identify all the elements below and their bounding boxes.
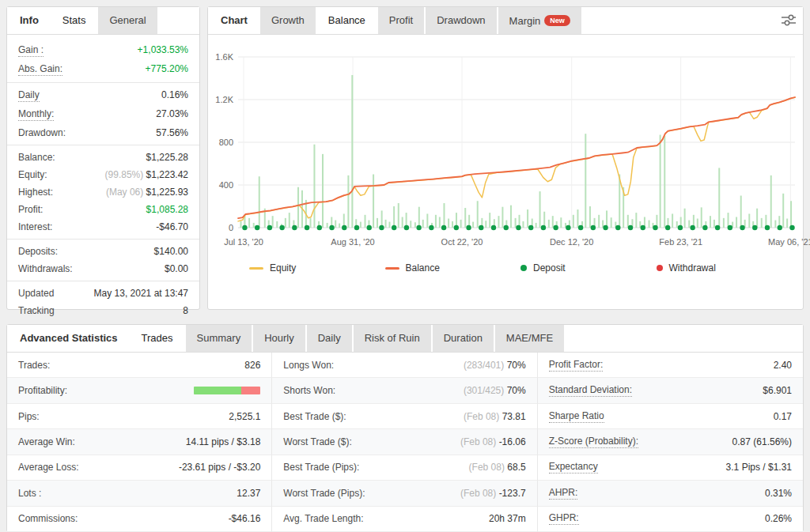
deposit-marker	[466, 225, 471, 230]
stat-value: 2.40	[774, 360, 792, 371]
stat-label: Commissions:	[18, 513, 78, 524]
stat-value: 0.17	[774, 411, 792, 422]
tab-label: Trades	[142, 332, 173, 344]
tab-balance[interactable]: Balance	[317, 7, 377, 34]
info-row-label[interactable]: Gain :	[18, 44, 44, 57]
x-axis-tick-label: Aug 31, '20	[331, 237, 374, 247]
stat-label[interactable]: Expectancy	[549, 461, 598, 474]
activity-bar	[536, 223, 537, 228]
info-row-daily: Daily0.16%	[7, 86, 199, 105]
activity-bar	[422, 220, 424, 228]
stat-value: (Feb 08) 68.5	[469, 462, 526, 473]
tab-hourly[interactable]: Hourly	[253, 325, 305, 352]
activity-bar	[740, 196, 742, 228]
tab-daily[interactable]: Daily	[307, 325, 352, 352]
stat-label[interactable]: Z-Score (Probability):	[549, 436, 638, 448]
stat-label[interactable]: AHPR:	[549, 487, 578, 500]
activity-bar	[498, 216, 499, 228]
tab-label: Margin	[509, 15, 541, 27]
legend-item-balance[interactable]: Balance	[385, 262, 521, 274]
stat-cell-expectancy: Expectancy3.1 Pips / $1.31	[538, 455, 803, 481]
stat-label[interactable]: Profit Factor:	[549, 359, 604, 372]
legend-item-deposit[interactable]: Deposit	[520, 262, 657, 274]
activity-bar	[381, 210, 383, 228]
tab-margin[interactable]: MarginNew	[498, 7, 581, 34]
legend-item-withdrawal[interactable]: Withdrawal	[657, 262, 793, 274]
activity-bar	[560, 217, 562, 228]
deposit-marker	[541, 225, 546, 230]
balance-equity-chart[interactable]: 04008001.2K1.6KJul 13, '20Aug 31, '20Oct…	[211, 41, 800, 256]
tab-trades[interactable]: Trades	[131, 325, 184, 352]
stat-cell-trades: Trades:826	[7, 353, 272, 378]
stat-label: Avg. Trade Length:	[283, 513, 363, 524]
activity-bar	[611, 217, 612, 228]
deposit-marker	[242, 225, 247, 230]
stat-value-muted: (Feb 08)	[464, 411, 502, 422]
info-row-label[interactable]: Monthly:	[18, 108, 54, 121]
deposit-marker	[354, 225, 359, 230]
activity-bar	[736, 217, 737, 228]
activity-bar	[373, 175, 374, 228]
stats-tabs: TradesSummaryHourlyDailyRisk of RuinDura…	[131, 325, 566, 352]
activity-bar	[502, 207, 503, 228]
deposit-marker	[416, 225, 421, 230]
deposit-marker	[392, 225, 396, 230]
stat-label: Worst Trade (Pips):	[283, 488, 365, 499]
balance-line	[238, 97, 795, 218]
info-stats-list: Gain :+1,033.53%Abs. Gain:+775.20%Daily0…	[7, 35, 199, 323]
profitability-loss-segment	[241, 387, 260, 394]
info-row-label[interactable]: Daily	[18, 89, 40, 102]
tab-stats[interactable]: Stats	[51, 7, 97, 34]
tab-duration[interactable]: Duration	[433, 325, 494, 352]
chart-settings-icon[interactable]	[774, 7, 803, 34]
tab-risk-of-ruin[interactable]: Risk of Ruin	[354, 325, 431, 352]
deposit-marker	[479, 225, 483, 230]
tab-mae-mfe[interactable]: MAE/MFE	[495, 325, 564, 352]
stat-value-main: 0.26%	[765, 513, 792, 524]
stat-value-main: $6.901	[763, 385, 792, 396]
stat-value-main: 73.81	[502, 411, 526, 422]
stat-value-main: 68.5	[507, 462, 525, 473]
info-row-label[interactable]: Abs. Gain:	[18, 63, 62, 76]
info-row-label: Tracking	[18, 305, 55, 316]
stat-value: 0.16%	[161, 89, 188, 100]
stat-label: Longs Won:	[283, 360, 334, 371]
tab-label: Drawdown	[437, 14, 485, 26]
stat-value-muted: (283/401)	[464, 360, 507, 371]
stat-label[interactable]: Standard Deviation:	[549, 384, 632, 397]
tab-profit[interactable]: Profit	[378, 7, 424, 34]
activity-bar	[335, 221, 336, 228]
activity-bar	[435, 215, 437, 228]
activity-bar	[313, 145, 315, 228]
stat-label[interactable]: GHPR:	[549, 512, 579, 525]
stat-value-main: -16.06	[499, 436, 526, 447]
deposit-marker	[528, 225, 533, 230]
activity-bar	[377, 218, 378, 228]
tab-growth[interactable]: Growth	[260, 7, 316, 34]
stat-cell-commissions: Commissions:-$46.16	[7, 507, 272, 532]
info-row-tracking: Tracking8	[7, 302, 199, 319]
deposit-marker	[255, 225, 259, 230]
tab-general[interactable]: General	[98, 7, 157, 34]
stat-value: $1,225.28	[146, 152, 188, 163]
activity-bar	[510, 206, 512, 228]
activity-bar	[285, 218, 286, 228]
tab-drawdown[interactable]: Drawdown	[426, 7, 496, 34]
stat-value: 0.31%	[765, 488, 792, 499]
stat-value: 8	[183, 305, 188, 316]
tab-label: MAE/MFE	[506, 332, 553, 344]
deposit-marker	[789, 225, 794, 230]
tab-summary[interactable]: Summary	[186, 325, 252, 352]
stat-cell-profit-factor: Profit Factor:2.40	[538, 353, 803, 378]
stat-label: Worst Trade ($):	[283, 436, 351, 447]
stats-tabstrip: Advanced Statistics TradesSummaryHourlyD…	[7, 325, 803, 353]
stat-label[interactable]: Sharpe Ratio	[549, 410, 604, 423]
legend-item-equity[interactable]: Equity	[249, 262, 385, 274]
stat-value-main: May 13, 2021 at 13:47	[94, 288, 188, 299]
chart-body: 04008001.2K1.6KJul 13, '20Aug 31, '20Oct…	[208, 35, 803, 274]
stat-value-main: +1,033.53%	[138, 44, 188, 55]
activity-bar	[761, 218, 763, 228]
activity-bar	[402, 217, 403, 228]
stat-cell-sharpe-ratio: Sharpe Ratio0.17	[538, 404, 803, 429]
stat-value-main: -$46.16	[229, 513, 261, 524]
